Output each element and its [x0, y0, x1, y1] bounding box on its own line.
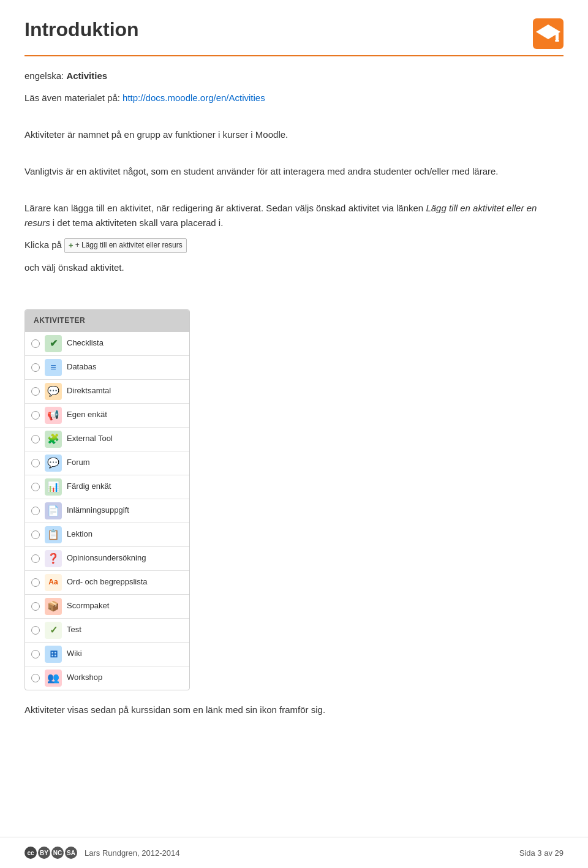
workshop-label: Workshop [67, 671, 102, 684]
forum-icon: 💬 [45, 455, 62, 472]
activity-item-lektion[interactable]: 📋Lektion [25, 523, 189, 547]
radio-direktsamtal[interactable] [31, 387, 40, 396]
wiki-icon: ⊞ [45, 646, 62, 663]
engelska-prefix: engelska: [24, 70, 66, 81]
databas-label: Databas [67, 361, 96, 374]
radio-wiki[interactable] [31, 650, 40, 659]
egen-enkat-label: Egen enkät [67, 409, 107, 421]
activity-item-inlamning[interactable]: 📄Inlämningsuppgift [25, 499, 189, 523]
radio-inlamning[interactable] [31, 507, 40, 515]
para-final: Aktiviteter visas sedan på kurssidan som… [24, 703, 564, 717]
activity-item-external-tool[interactable]: 🧩External Tool [25, 428, 189, 451]
page-footer: cc BY NC SA Lars Rundgren, 2012-2014 Sid… [0, 837, 588, 868]
radio-scorm[interactable] [31, 602, 40, 611]
svg-rect-2 [556, 32, 559, 40]
by-icon: BY [38, 847, 50, 859]
checklista-label: Checklista [67, 337, 104, 350]
para-klicka: Klicka på + + Lägg till en aktivitet ell… [24, 238, 564, 253]
direktsamtal-icon: 💬 [45, 383, 62, 400]
external-tool-label: External Tool [67, 432, 113, 445]
fardig-enkat-icon: 📊 [45, 478, 62, 496]
las-aven-line: Läs även materialet på: http://docs.mood… [24, 91, 564, 105]
radio-lektion[interactable] [31, 530, 40, 539]
para-vanligtvis: Vanligtvis är en aktivitet något, som en… [24, 164, 564, 179]
radio-forum[interactable] [31, 459, 40, 467]
inlamning-icon: 📄 [45, 502, 62, 519]
activities-panel: AKTIVITETER ✔Checklista≡Databas💬Direktsa… [24, 309, 190, 690]
radio-opinion[interactable] [31, 554, 40, 563]
activity-item-forum[interactable]: 💬Forum [25, 451, 189, 475]
main-content: engelska: Activities Läs även materialet… [24, 69, 564, 717]
nc-icon: NC [51, 847, 64, 859]
forum-label: Forum [67, 456, 90, 469]
moodle-activities-link[interactable]: http://docs.moodle.org/en/Activities [123, 92, 265, 103]
activities-list: ✔Checklista≡Databas💬Direktsamtal📢Egen en… [25, 332, 189, 690]
fardig-enkat-label: Färdig enkät [67, 480, 111, 493]
svg-rect-3 [555, 40, 559, 42]
para3-text: Lärare kan lägga till en aktivitet, när … [24, 203, 423, 213]
page-number: Sida 3 av 29 [519, 848, 564, 858]
test-icon: ✓ [45, 622, 62, 639]
add-activity-inline-btn[interactable]: + + Lägg till en aktivitet eller resurs [64, 238, 187, 254]
radio-ord[interactable] [31, 578, 40, 587]
opinion-icon: ❓ [45, 550, 62, 567]
activity-item-databas[interactable]: ≡Databas [25, 356, 189, 380]
moodle-logo-icon [533, 18, 564, 49]
radio-test[interactable] [31, 626, 40, 635]
activity-item-scorm[interactable]: 📦Scormpaket [25, 595, 189, 619]
add-btn-label-text: + Lägg till en aktivitet eller resurs [75, 240, 183, 251]
workshop-icon: 👥 [45, 670, 62, 687]
radio-fardig-enkat[interactable] [31, 483, 40, 491]
external-tool-icon: 🧩 [45, 431, 62, 448]
para-aktiviteter: Aktiviteter är namnet på en grupp av fun… [24, 127, 564, 142]
activity-item-ord[interactable]: AaOrd- och begreppslista [25, 571, 189, 595]
las-aven-prefix: Läs även materialet på: [24, 92, 123, 103]
egen-enkat-icon: 📢 [45, 407, 62, 424]
activities-panel-header: AKTIVITETER [25, 310, 189, 331]
ord-label: Ord- och begreppslista [67, 576, 148, 589]
activity-item-wiki[interactable]: ⊞Wiki [25, 643, 189, 666]
footer-author: Lars Rundgren, 2012-2014 [85, 848, 179, 858]
cc-license-badge: cc BY NC SA [24, 847, 77, 859]
activity-item-test[interactable]: ✓Test [25, 619, 189, 643]
scorm-label: Scormpaket [67, 600, 109, 613]
page-title: Introduktion [24, 18, 139, 41]
radio-workshop[interactable] [31, 674, 40, 682]
direktsamtal-label: Direktsamtal [67, 385, 111, 398]
radio-checklista[interactable] [31, 339, 40, 348]
para3-suffix: i det tema aktiviteten skall vara placer… [53, 217, 223, 228]
wiki-label: Wiki [67, 647, 82, 660]
engelska-label: engelska: Activities [24, 69, 564, 83]
footer-left: cc BY NC SA Lars Rundgren, 2012-2014 [24, 847, 179, 859]
activity-item-checklista[interactable]: ✔Checklista [25, 332, 189, 356]
sa-icon: SA [65, 847, 77, 859]
activity-item-opinion[interactable]: ❓Opinionsundersökning [25, 547, 189, 571]
activity-item-egen-enkat[interactable]: 📢Egen enkät [25, 404, 189, 428]
ord-icon: Aa [45, 574, 62, 591]
activity-item-direktsamtal[interactable]: 💬Direktsamtal [25, 380, 189, 404]
lektion-label: Lektion [67, 528, 92, 541]
klicka-prefix: Klicka på [24, 240, 62, 250]
inlamning-label: Inlämningsuppgift [67, 504, 129, 517]
test-label: Test [67, 624, 81, 636]
scorm-icon: 📦 [45, 598, 62, 615]
radio-external-tool[interactable] [31, 435, 40, 443]
para-larare: Lärare kan lägga till en aktivitet, när … [24, 201, 564, 230]
activity-item-fardig-enkat[interactable]: 📊Färdig enkät [25, 475, 189, 499]
plus-icon: + [69, 240, 74, 252]
databas-icon: ≡ [45, 359, 62, 376]
radio-egen-enkat[interactable] [31, 411, 40, 420]
cc-icon: cc [24, 847, 37, 859]
lektion-icon: 📋 [45, 526, 62, 543]
radio-databas[interactable] [31, 363, 40, 372]
opinion-label: Opinionsundersökning [67, 552, 146, 565]
activities-bold: Activities [66, 70, 107, 81]
valj-onskad: och välj önskad aktivitet. [24, 260, 564, 275]
activity-item-workshop[interactable]: 👥Workshop [25, 666, 189, 690]
checklista-icon: ✔ [45, 335, 62, 352]
